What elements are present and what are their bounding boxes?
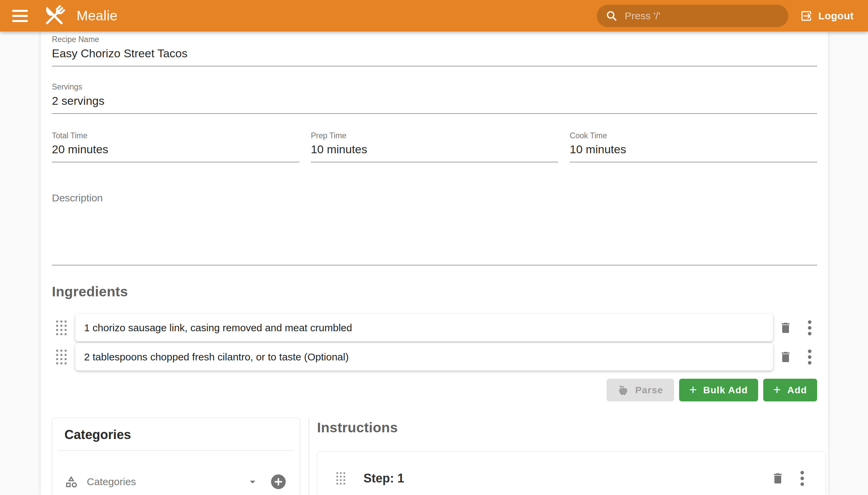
delete-ingredient-button[interactable] [778, 320, 793, 336]
instruction-step-card: Step: 1 Combine crumbled chorizo and chi… [317, 451, 826, 495]
chevron-down-icon [246, 475, 259, 488]
recipe-name-input[interactable] [52, 45, 817, 66]
mealie-logo-icon [41, 3, 67, 29]
ingredients-list [52, 314, 817, 371]
kebab-icon [807, 349, 812, 365]
logout-icon [800, 10, 813, 22]
parse-label: Parse [635, 385, 663, 396]
description-label: Description [52, 192, 817, 204]
categories-select[interactable]: Categories [64, 473, 288, 491]
description-textarea[interactable] [52, 204, 817, 266]
add-label: Add [787, 385, 807, 396]
app-bar: Mealie Logout [0, 0, 868, 32]
ingredient-input[interactable] [84, 351, 764, 363]
add-category-button[interactable] [269, 473, 288, 491]
trash-icon [779, 321, 793, 335]
categories-heading: Categories [52, 428, 300, 442]
step-menu-button[interactable] [795, 471, 810, 486]
ingredient-menu-button[interactable] [802, 320, 817, 336]
plus-icon: + [689, 383, 697, 396]
total-time-label: Total Time [52, 131, 300, 141]
kebab-icon [807, 320, 812, 336]
ingredient-input[interactable] [84, 322, 764, 334]
search-bar[interactable] [597, 5, 788, 27]
categories-card: Categories Categories [52, 418, 300, 495]
prep-time-input[interactable] [311, 140, 558, 163]
instructions-heading: Instructions [317, 420, 817, 436]
drag-handle-icon[interactable] [335, 472, 347, 485]
logout-label: Logout [818, 10, 854, 22]
cook-time-input[interactable] [569, 140, 817, 163]
shapes-icon [64, 475, 78, 489]
divider [58, 450, 294, 451]
bulk-add-button[interactable]: + Bulk Add [679, 379, 758, 402]
delete-step-button[interactable] [770, 471, 786, 486]
menu-icon[interactable] [12, 10, 28, 22]
kebab-icon [800, 471, 804, 486]
categories-select-label: Categories [87, 476, 246, 488]
ingredient-menu-button[interactable] [802, 349, 817, 365]
drag-handle-icon[interactable] [55, 349, 67, 365]
delete-ingredient-button[interactable] [778, 349, 793, 365]
parse-button[interactable]: Parse [607, 379, 674, 402]
ingredients-heading: Ingredients [52, 284, 817, 300]
plus-circle-icon [270, 473, 287, 491]
add-button[interactable]: + Add [763, 379, 817, 402]
servings-label: Servings [52, 82, 817, 92]
prep-time-label: Prep Time [311, 131, 558, 141]
instructions-column: Instructions Step: 1 [309, 418, 817, 495]
apple-icon [617, 385, 629, 396]
app-title: Mealie [76, 8, 118, 23]
bulk-add-label: Bulk Add [703, 385, 748, 396]
total-time-input[interactable] [52, 140, 300, 163]
ingredient-card [75, 343, 773, 371]
plus-icon: + [773, 383, 781, 396]
search-input[interactable] [625, 10, 780, 22]
step-title: Step: 1 [363, 471, 770, 485]
recipe-editor-card: Recipe Name Servings Total Time Prep Tim… [41, 32, 828, 495]
recipe-name-label: Recipe Name [52, 35, 817, 45]
drag-handle-icon[interactable] [55, 320, 67, 336]
trash-icon [779, 350, 793, 364]
ingredient-row [52, 343, 817, 371]
trash-icon [771, 472, 785, 485]
ingredient-card [75, 314, 773, 341]
logout-button[interactable]: Logout [800, 10, 854, 22]
servings-input[interactable] [52, 92, 817, 114]
cook-time-label: Cook Time [569, 131, 817, 141]
ingredient-row [52, 314, 817, 341]
search-icon [606, 10, 618, 22]
